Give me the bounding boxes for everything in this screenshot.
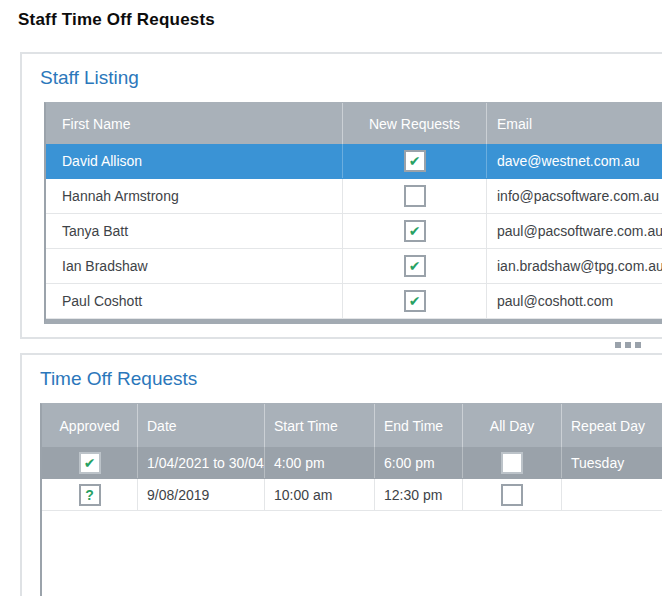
new-requests-cell: ✔ [343,214,487,248]
column-header-approved[interactable]: Approved [42,404,138,447]
page-title: Staff Time Off Requests [18,10,215,30]
new-requests-checkbox[interactable]: ✔ [404,220,426,242]
grip-dot-icon [635,342,641,348]
new-requests-cell: ✔ [343,249,487,283]
new-requests-checkbox[interactable]: ✔ [404,255,426,277]
email-cell: dave@westnet.com.au [487,144,662,178]
column-header-new-requests[interactable]: New Requests [343,103,487,144]
table-row[interactable]: David Allison ✔ dave@westnet.com.au [46,144,662,179]
table-row[interactable]: ✔ 1/04/2021 to 30/04/2021 4:00 pm 6:00 p… [42,447,662,479]
staff-listing-panel: Staff Listing First Name New Requests Em… [20,52,662,339]
email-cell: paul@pacsoftware.com.au [487,214,662,248]
email-cell: paul@coshott.com [487,284,662,318]
column-header-start-time[interactable]: Start Time [265,404,375,447]
first-name-cell: David Allison [46,144,343,178]
staff-listing-title: Staff Listing [40,67,139,89]
all-day-cell [463,447,562,478]
time-off-requests-panel: Time Off Requests Approved Date Start Ti… [20,353,662,596]
staff-grid-header: First Name New Requests Email [46,103,662,144]
question-mark-icon[interactable]: ? [79,484,101,506]
grip-dot-icon [615,342,621,348]
start-time-cell: 4:00 pm [265,447,375,478]
check-icon: ✔ [409,294,421,308]
column-header-date[interactable]: Date [138,404,265,447]
new-requests-checkbox[interactable]: ✔ [404,290,426,312]
first-name-cell: Tanya Batt [46,214,343,248]
check-icon: ✔ [409,154,421,168]
check-icon: ✔ [84,456,96,470]
requests-grid: Approved Date Start Time End Time All Da… [40,403,662,596]
new-requests-checkbox[interactable]: ✔ [404,150,426,172]
table-row[interactable]: Hannah Armstrong info@pacsoftware.com.au [46,179,662,214]
new-requests-cell [343,179,487,213]
approved-checkbox[interactable]: ✔ [79,452,101,474]
start-time-cell: 10:00 am [265,479,375,510]
all-day-cell [463,479,562,510]
table-row[interactable]: Tanya Batt ✔ paul@pacsoftware.com.au [46,214,662,249]
repeat-day-cell [562,479,662,510]
column-header-first-name[interactable]: First Name [46,103,343,144]
end-time-cell: 6:00 pm [375,447,463,478]
end-time-cell: 12:30 pm [375,479,463,510]
all-day-checkbox[interactable] [501,452,523,474]
check-icon: ✔ [409,259,421,273]
column-header-end-time[interactable]: End Time [375,404,463,447]
new-requests-cell: ✔ [343,144,487,178]
panel-splitter[interactable] [0,340,662,350]
first-name-cell: Ian Bradshaw [46,249,343,283]
date-cell: 1/04/2021 to 30/04/2021 [138,447,265,478]
first-name-cell: Hannah Armstrong [46,179,343,213]
column-header-all-day[interactable]: All Day [463,404,562,447]
column-header-email[interactable]: Email [487,103,662,144]
approved-cell: ✔ [42,447,138,478]
requests-grid-header: Approved Date Start Time End Time All Da… [42,404,662,447]
date-cell: 9/08/2019 [138,479,265,510]
staff-grid: First Name New Requests Email David Alli… [44,102,662,324]
table-row[interactable]: Ian Bradshaw ✔ ian.bradshaw@tpg.com.au [46,249,662,284]
email-cell: info@pacsoftware.com.au [487,179,662,213]
grip-dot-icon [625,342,631,348]
table-row[interactable]: ? 9/08/2019 10:00 am 12:30 pm [42,479,662,511]
first-name-cell: Paul Coshott [46,284,343,318]
all-day-checkbox[interactable] [501,484,523,506]
approved-cell: ? [42,479,138,510]
time-off-requests-title: Time Off Requests [40,368,197,390]
column-header-repeat-day[interactable]: Repeat Day [562,404,662,447]
new-requests-cell: ✔ [343,284,487,318]
table-row[interactable]: Paul Coshott ✔ paul@coshott.com [46,284,662,319]
repeat-day-cell: Tuesday [562,447,662,478]
new-requests-checkbox[interactable] [404,185,426,207]
email-cell: ian.bradshaw@tpg.com.au [487,249,662,283]
check-icon: ✔ [409,224,421,238]
